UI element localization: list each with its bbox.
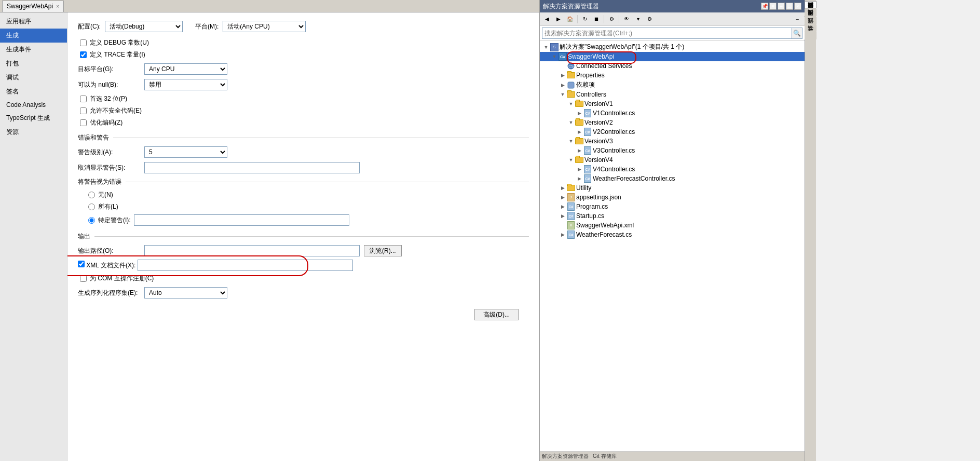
controllers-folder-item[interactable]: ▼ Controllers (540, 90, 805, 99)
sidebar-item-debug[interactable]: 调试 (0, 71, 67, 85)
side-tab-properties[interactable]: 属性 (805, 24, 816, 32)
specific-warnings-input[interactable]: ;NU1605 (134, 214, 349, 226)
startupcs-icon: C# (567, 212, 575, 220)
swaggerwebapi-xml-item[interactable]: X SwaggerWebApi.xml (540, 221, 805, 230)
project-name-highlight: SwaggerWebApi (568, 53, 614, 60)
v2controller-item[interactable]: ▶ C# V2Controller.cs (540, 127, 805, 137)
search-input[interactable] (542, 28, 792, 39)
dropdown-button[interactable]: ▾ (769, 3, 777, 10)
v4controller-item[interactable]: ▶ C# V4Controller.cs (540, 165, 805, 174)
nullable-select[interactable]: 禁用 (144, 79, 227, 90)
connected-services-item[interactable]: CS Connected Services (540, 61, 805, 71)
nullable-label: 可以为 null(B): (78, 80, 140, 89)
refresh-button[interactable]: ↻ (580, 14, 590, 24)
radio-none[interactable] (88, 192, 95, 198)
weatherforecastcs-item[interactable]: ▶ C# WeatherForecast.cs (540, 230, 805, 239)
sidebar-item-resources[interactable]: 资源 (0, 125, 67, 139)
versionv2-folder-item[interactable]: ▼ VersionV2 (540, 118, 805, 127)
platform-select[interactable]: 活动(Any CPU) (223, 21, 306, 32)
side-tab-bookmarks[interactable]: 书签 (805, 32, 816, 39)
xml-doc-input[interactable]: D:\GitHub\SwaggerWebApi\SwaggerWebApi\Sw… (138, 260, 353, 271)
prefer32-checkbox[interactable] (80, 96, 87, 102)
suppress-warnings-input[interactable]: 1701;1702 (144, 162, 360, 173)
stop-button[interactable]: ⏹ (591, 14, 602, 24)
warning-level-row: 警告级别(A): 5 (78, 146, 529, 158)
define-trace-checkbox[interactable] (80, 51, 87, 58)
target-platform-label: 目标平台(G): (78, 65, 140, 74)
radio-specific[interactable] (88, 217, 95, 224)
solution-root-item[interactable]: ▼ S 解决方案"SwaggerWebApi"(1 个项目/共 1 个) (540, 42, 805, 52)
xml-doc-checkbox[interactable] (78, 261, 85, 267)
project-icon: C# (559, 52, 567, 61)
output-path-input[interactable] (144, 245, 360, 256)
com-interop-checkbox[interactable] (80, 275, 87, 282)
sidebar-item-build[interactable]: 生成 (0, 29, 67, 43)
forward-button[interactable]: ▶ (553, 14, 564, 24)
browse-button[interactable]: 浏览(R)... (364, 245, 402, 256)
programcs-item[interactable]: ▶ C# Program.cs (540, 202, 805, 211)
minimize-button[interactable]: – (778, 3, 785, 10)
pin-button[interactable]: 📌 (761, 3, 768, 10)
startupcs-item[interactable]: ▶ C# Startup.cs (540, 211, 805, 221)
swaggerwebapi-xml-label: SwaggerWebApi.xml (576, 222, 634, 229)
sidebar-item-build-events[interactable]: 生成事件 (0, 43, 67, 57)
define-debug-label: 定义 DEBUG 常数(U) (90, 38, 149, 47)
v3controller-item[interactable]: ▶ C# V3Controller.cs (540, 146, 805, 155)
define-debug-checkbox[interactable] (80, 39, 87, 46)
sidebar-item-typescript[interactable]: TypeScript 生成 (0, 111, 67, 125)
bottom-tab[interactable]: 解决方案资源管理器 (540, 452, 591, 461)
weatherforecast-ctrl-item[interactable]: ▶ C# WeatherForecastController.cs (540, 174, 805, 183)
swagger-tab[interactable]: SwaggerWebApi × (2, 1, 64, 12)
warning-level-select[interactable]: 5 (144, 146, 227, 158)
appsettings-item[interactable]: ▶ J appsettings.json (540, 193, 805, 202)
solution-icon: S (550, 43, 559, 51)
sidebar-item-package[interactable]: 打包 (0, 57, 67, 71)
versionv4-folder-item[interactable]: ▼ VersionV4 (540, 155, 805, 165)
bottom-tab-git[interactable]: Git 存储库 (591, 452, 619, 461)
connected-services-icon: CS (567, 62, 575, 70)
show-all-button[interactable]: 👁 (621, 14, 632, 24)
sidebar-item-application[interactable]: 应用程序 (0, 15, 67, 29)
properties-folder-item[interactable]: ▶ Properties (540, 71, 805, 80)
radio-all-row: 所有(L) (88, 202, 529, 211)
search-icon[interactable]: 🔍 (792, 28, 802, 39)
versionv1-folder-item[interactable]: ▼ VersionV1 (540, 99, 805, 109)
config-select[interactable]: 活动(Debug) (105, 21, 183, 32)
maximize-button[interactable]: □ (786, 3, 793, 10)
project-item[interactable]: ▼ C# SwaggerWebApi (540, 52, 805, 61)
toolbar-sep-3 (619, 15, 619, 23)
advanced-button[interactable]: 高级(D)... (474, 309, 519, 320)
radio-specific-label: 特定警告(I): (98, 216, 131, 225)
home-button[interactable]: 🏠 (565, 14, 575, 24)
side-tab-team[interactable]: 团队资源管理器 (805, 9, 816, 16)
properties-content: 配置(C): 活动(Debug) 平台(M): 活动(Any CPU) 定义 D… (67, 12, 539, 461)
config-label: 配置(C): (78, 22, 101, 31)
versionv3-folder-item[interactable]: ▼ VersionV3 (540, 137, 805, 146)
tab-close-button[interactable]: × (56, 4, 59, 9)
versionv3-folder-label: VersionV3 (584, 138, 613, 145)
serialization-select[interactable]: Auto (144, 287, 227, 299)
side-tab-class[interactable]: 类视图 (805, 17, 816, 24)
appsettings-label: appsettings.json (576, 194, 621, 201)
side-tab-solution-explorer[interactable]: 解决方案资源管理器 (805, 1, 816, 8)
optimize-checkbox[interactable] (80, 119, 87, 126)
filter-button[interactable]: ▾ (633, 14, 643, 24)
v1controller-item[interactable]: ▶ C# V1Controller.cs (540, 109, 805, 118)
unsafe-checkbox[interactable] (80, 107, 87, 114)
utility-folder-item[interactable]: ▶ Utility (540, 183, 805, 193)
dependencies-item[interactable]: ▶ 依赖项 (540, 80, 805, 90)
serialization-row: 生成序列化程序集(E): Auto (78, 287, 529, 299)
properties-button[interactable]: ⚙ (606, 14, 617, 24)
sidebar-item-signing[interactable]: 签名 (0, 85, 67, 99)
sidebar-item-code-analysis[interactable]: Code Analysis (0, 99, 67, 111)
target-platform-select[interactable]: Any CPU (144, 63, 227, 75)
settings-button[interactable]: ⚙ (644, 14, 655, 24)
dependencies-label: 依赖项 (576, 80, 595, 89)
connected-services-expand (559, 62, 567, 70)
solution-explorer-panel: 解决方案资源管理器 📌 ▾ – □ × ◀ ▶ 🏠 ↻ ⏹ ⚙ 👁 ▾ ⚙ – … (540, 0, 805, 461)
prefer32-label: 首选 32 位(P) (90, 94, 127, 103)
back-button[interactable]: ◀ (542, 14, 552, 24)
close-button[interactable]: × (794, 3, 801, 10)
close-panel-button[interactable]: – (792, 14, 802, 24)
radio-all[interactable] (88, 204, 95, 210)
